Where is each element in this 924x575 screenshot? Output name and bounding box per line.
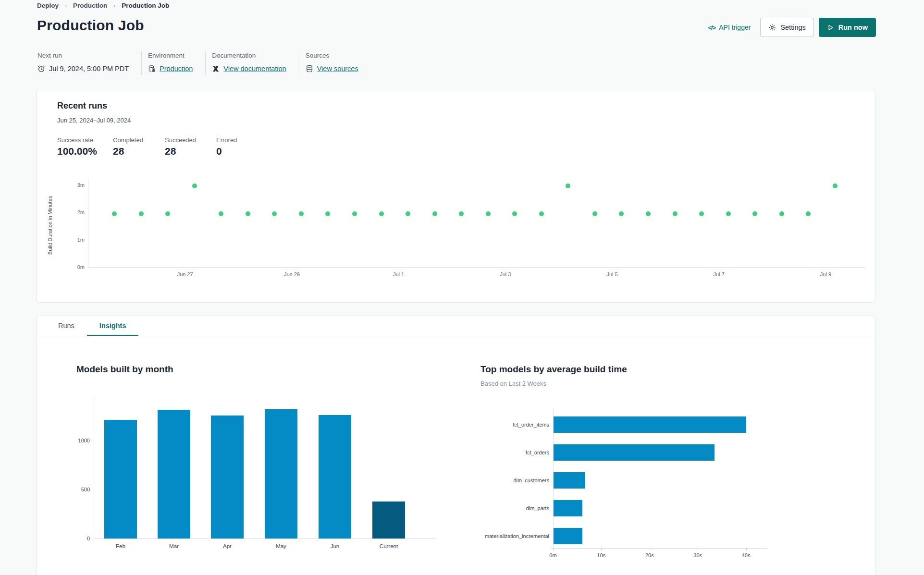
x-axis-line: [551, 548, 767, 549]
stat-label: Errored: [216, 136, 255, 144]
tab-row: RunsInsights: [37, 316, 875, 336]
x-tick-label: Jul 5: [606, 271, 617, 277]
info-sources: Sources View sources: [299, 51, 371, 75]
breadcrumb-chevron-icon: ›: [113, 2, 115, 9]
x-tick-label: Jun 27: [177, 271, 193, 277]
stat-value: 100.00%: [57, 146, 113, 157]
api-trigger-link[interactable]: </> API trigger: [708, 24, 751, 31]
x-tick-mark: [650, 548, 650, 551]
play-icon: [827, 24, 834, 31]
page-title: Production Job: [37, 17, 144, 34]
scatter-point: [246, 211, 250, 216]
page: Deploy›Production›Production Job Product…: [0, 0, 924, 575]
scatter-y-axis-title: Build Duration in Minutes: [47, 187, 53, 264]
y-tick-label: 2m: [70, 209, 85, 215]
scatter-point: [806, 211, 811, 216]
breadcrumb-item-production[interactable]: Production: [73, 2, 107, 9]
code-icon: </>: [708, 24, 715, 31]
y-tick-label: 3m: [70, 182, 85, 188]
next-run-value: Jul 9, 2024, 5:00 PM PDT: [49, 65, 129, 73]
y-axis-line: [88, 178, 88, 267]
y-tick-label: 500: [73, 487, 90, 492]
settings-button[interactable]: Settings: [760, 18, 813, 37]
scatter-point: [352, 211, 357, 216]
hbar-category-label: dim_customers: [453, 477, 549, 483]
breadcrumb-item-deploy[interactable]: Deploy: [37, 2, 59, 9]
scatter-point: [432, 211, 437, 216]
stat-label: Completed: [113, 136, 165, 144]
stat-value: 28: [165, 146, 216, 157]
top-models-chart-title: Top models by average build time: [480, 364, 627, 375]
scatter-point: [592, 211, 597, 216]
x-category-label: May: [276, 543, 286, 549]
docs-icon: [212, 65, 220, 73]
scatter-point: [165, 211, 170, 216]
x-tick-label: Jul 3: [500, 271, 511, 277]
scatter-point: [325, 211, 330, 216]
y-tick-label: 1m: [70, 237, 85, 243]
stat-label: Success rate: [57, 136, 113, 144]
tab-runs[interactable]: Runs: [46, 316, 87, 336]
stat-completed: Completed28: [113, 136, 165, 157]
scatter-point: [299, 211, 304, 216]
stat-success-rate: Success rate100.00%: [57, 136, 113, 157]
run-now-button[interactable]: Run now: [819, 18, 876, 37]
y-tick-label: 0m: [70, 264, 85, 270]
stat-value: 28: [113, 146, 165, 157]
view-sources-link[interactable]: View sources: [317, 65, 358, 73]
scatter-point: [406, 211, 410, 216]
recent-runs-card: Recent runs Jun 25, 2024–Jul 09, 2024 Su…: [37, 90, 875, 303]
stat-value: 0: [216, 146, 255, 157]
info-label: Next run: [37, 52, 129, 59]
hbar-category-label: materialization_incremental: [453, 533, 549, 539]
scatter-point: [619, 211, 624, 216]
x-tick-label: Jul 1: [393, 271, 404, 277]
y-axis-line: [94, 398, 94, 538]
x-category-label: Current: [380, 543, 398, 549]
x-axis-line: [88, 267, 865, 268]
hbar-category-label: dim_parts: [453, 505, 549, 511]
scatter-point: [272, 211, 277, 216]
stat-label: Succeeded: [165, 136, 216, 144]
x-axis-line: [94, 538, 436, 539]
scatter-point: [699, 211, 704, 216]
x-tick-label: Jul 7: [714, 271, 725, 277]
top-models-chart-subtitle: Based on Last 2 Weeks: [480, 380, 546, 387]
info-label: Documentation: [212, 52, 286, 59]
breadcrumb-item-production-job: Production Job: [122, 2, 169, 9]
clock-icon: [37, 65, 45, 73]
view-documentation-link[interactable]: View documentation: [223, 65, 286, 73]
x-tick-label: 0m: [549, 552, 556, 558]
x-tick-mark: [698, 548, 698, 551]
x-category-label: Jun: [331, 543, 340, 549]
scatter-point: [752, 211, 757, 216]
bar-fct_order_items: [554, 416, 746, 433]
scatter-point: [459, 211, 464, 216]
bar-materialization_incremental: [554, 528, 582, 544]
scatter-point: [566, 184, 570, 188]
bar-current: [372, 502, 405, 538]
y-tick-label: 1000: [73, 438, 90, 443]
gear-icon: [768, 24, 776, 31]
tab-insights[interactable]: Insights: [87, 316, 139, 336]
bar-apr: [211, 416, 244, 538]
models-built-chart-title: Models built by month: [76, 364, 173, 375]
x-tick-mark: [746, 548, 747, 551]
environment-icon: [148, 65, 156, 73]
x-tick-label: 30s: [693, 552, 702, 558]
environment-link[interactable]: Production: [160, 65, 193, 73]
recent-runs-title: Recent runs: [57, 101, 107, 111]
hbar-category-label: fct_orders: [453, 450, 549, 455]
y-tick-label: 0: [73, 536, 90, 541]
x-tick-label: Jun 29: [284, 271, 300, 277]
scatter-point: [112, 211, 117, 216]
build-duration-scatter-chart: Build Duration in Minutes 3m2m1m0mJun 27…: [37, 178, 875, 284]
scatter-point: [539, 211, 544, 216]
recent-runs-date-range: Jun 25, 2024–Jul 09, 2024: [57, 117, 131, 124]
x-tick-label: Jul 9: [820, 271, 831, 277]
scatter-point: [646, 211, 651, 216]
x-tick-label: 40s: [742, 552, 751, 558]
insights-card: RunsInsights Models built by month 05001…: [37, 316, 875, 575]
scatter-point: [486, 211, 491, 216]
bar-may: [265, 409, 297, 538]
